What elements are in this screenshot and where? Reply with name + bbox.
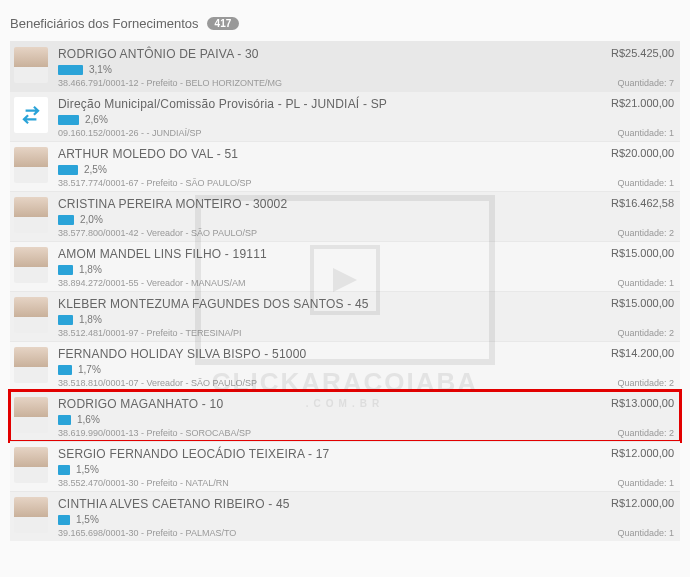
row-content: RODRIGO ANTÔNIO DE PAIVA - 303,1%38.466.… — [58, 47, 584, 88]
quantity: Quantidade: 1 — [592, 278, 674, 288]
quantity: Quantidade: 2 — [592, 228, 674, 238]
row-content: KLEBER MONTEZUMA FAGUNDES DOS SANTOS - 4… — [58, 297, 584, 338]
beneficiary-meta: 38.577.800/0001-42 - Vereador - SÃO PAUL… — [58, 228, 584, 238]
panel-header: Beneficiários dos Fornecimentos 417 — [10, 8, 680, 41]
percent-bar-row: 2,5% — [58, 164, 584, 175]
quantity: Quantidade: 1 — [592, 528, 674, 538]
row-content: SERGIO FERNANDO LEOCÁDIO TEIXEIRA - 171,… — [58, 447, 584, 488]
percent-label: 1,7% — [78, 364, 101, 375]
avatar — [14, 247, 48, 283]
percent-bar — [58, 465, 70, 475]
amount: R$25.425,00 — [592, 47, 674, 59]
avatar — [14, 147, 48, 183]
percent-bar-row: 2,6% — [58, 114, 584, 125]
row-content: AMOM MANDEL LINS FILHO - 191111,8%38.894… — [58, 247, 584, 288]
beneficiary-meta: 38.894.272/0001-55 - Vereador - MANAUS/A… — [58, 278, 584, 288]
beneficiary-meta: 38.619.990/0001-13 - Prefeito - SOROCABA… — [58, 428, 584, 438]
beneficiary-meta: 09.160.152/0001-26 - - JUNDIAÍ/SP — [58, 128, 584, 138]
row-content: FERNANDO HOLIDAY SILVA BISPO - 510001,7%… — [58, 347, 584, 388]
avatar — [14, 347, 48, 383]
beneficiary-row[interactable]: CRISTINA PEREIRA MONTEIRO - 300022,0%38.… — [10, 191, 680, 241]
percent-label: 3,1% — [89, 64, 112, 75]
avatar — [14, 447, 48, 483]
beneficiary-row[interactable]: Direção Municipal/Comissão Provisória - … — [10, 91, 680, 141]
avatar — [14, 47, 48, 83]
quantity: Quantidade: 2 — [592, 428, 674, 438]
percent-bar — [58, 115, 79, 125]
row-content: ARTHUR MOLEDO DO VAL - 512,5%38.517.774/… — [58, 147, 584, 188]
quantity: Quantidade: 1 — [592, 178, 674, 188]
percent-label: 2,5% — [84, 164, 107, 175]
beneficiary-row[interactable]: FERNANDO HOLIDAY SILVA BISPO - 510001,7%… — [10, 341, 680, 391]
percent-bar-row: 1,7% — [58, 364, 584, 375]
percent-bar — [58, 315, 73, 325]
amount: R$15.000,00 — [592, 247, 674, 259]
beneficiary-name: SERGIO FERNANDO LEOCÁDIO TEIXEIRA - 17 — [58, 447, 584, 461]
swap-icon — [18, 102, 44, 128]
beneficiary-row[interactable]: CINTHIA ALVES CAETANO RIBEIRO - 451,5%39… — [10, 491, 680, 541]
avatar — [14, 197, 48, 233]
percent-bar-row: 2,0% — [58, 214, 584, 225]
row-content: Direção Municipal/Comissão Provisória - … — [58, 97, 584, 138]
percent-bar — [58, 165, 78, 175]
row-right: R$12.000,00Quantidade: 1 — [584, 497, 674, 538]
beneficiary-name: KLEBER MONTEZUMA FAGUNDES DOS SANTOS - 4… — [58, 297, 584, 311]
beneficiary-row[interactable]: RODRIGO MAGANHATO - 101,6%38.619.990/000… — [10, 391, 680, 441]
avatar — [14, 297, 48, 333]
percent-bar-row: 1,5% — [58, 464, 584, 475]
beneficiary-row[interactable]: RODRIGO ANTÔNIO DE PAIVA - 303,1%38.466.… — [10, 41, 680, 91]
row-right: R$15.000,00Quantidade: 2 — [584, 297, 674, 338]
percent-bar-row: 1,6% — [58, 414, 584, 425]
percent-bar-row: 3,1% — [58, 64, 584, 75]
percent-bar — [58, 65, 83, 75]
percent-label: 1,5% — [76, 464, 99, 475]
beneficiary-meta: 38.517.774/0001-67 - Prefeito - SÃO PAUL… — [58, 178, 584, 188]
percent-label: 2,0% — [80, 214, 103, 225]
percent-bar — [58, 365, 72, 375]
beneficiary-name: CRISTINA PEREIRA MONTEIRO - 30002 — [58, 197, 584, 211]
row-right: R$21.000,00Quantidade: 1 — [584, 97, 674, 138]
beneficiary-name: RODRIGO ANTÔNIO DE PAIVA - 30 — [58, 47, 584, 61]
amount: R$20.000,00 — [592, 147, 674, 159]
beneficiary-meta: 38.466.791/0001-12 - Prefeito - BELO HOR… — [58, 78, 584, 88]
percent-bar — [58, 265, 73, 275]
amount: R$12.000,00 — [592, 497, 674, 509]
percent-label: 1,6% — [77, 414, 100, 425]
row-content: CRISTINA PEREIRA MONTEIRO - 300022,0%38.… — [58, 197, 584, 238]
amount: R$14.200,00 — [592, 347, 674, 359]
beneficiary-meta: 38.518.810/0001-07 - Vereador - SÃO PAUL… — [58, 378, 584, 388]
beneficiary-meta: 38.512.481/0001-97 - Prefeito - TERESINA… — [58, 328, 584, 338]
beneficiary-list: RODRIGO ANTÔNIO DE PAIVA - 303,1%38.466.… — [10, 41, 680, 541]
amount: R$13.000,00 — [592, 397, 674, 409]
quantity: Quantidade: 2 — [592, 378, 674, 388]
count-badge: 417 — [207, 17, 240, 30]
percent-bar-row: 1,5% — [58, 514, 584, 525]
amount: R$21.000,00 — [592, 97, 674, 109]
row-right: R$13.000,00Quantidade: 2 — [584, 397, 674, 438]
quantity: Quantidade: 7 — [592, 78, 674, 88]
row-content: RODRIGO MAGANHATO - 101,6%38.619.990/000… — [58, 397, 584, 438]
amount: R$15.000,00 — [592, 297, 674, 309]
percent-bar — [58, 215, 74, 225]
avatar — [14, 497, 48, 533]
percent-bar — [58, 415, 71, 425]
beneficiary-name: FERNANDO HOLIDAY SILVA BISPO - 51000 — [58, 347, 584, 361]
percent-label: 1,8% — [79, 264, 102, 275]
org-icon — [14, 97, 48, 133]
row-right: R$20.000,00Quantidade: 1 — [584, 147, 674, 188]
beneficiary-row[interactable]: KLEBER MONTEZUMA FAGUNDES DOS SANTOS - 4… — [10, 291, 680, 341]
row-right: R$25.425,00Quantidade: 7 — [584, 47, 674, 88]
panel-title: Beneficiários dos Fornecimentos — [10, 16, 199, 31]
percent-bar — [58, 515, 70, 525]
beneficiary-row[interactable]: ARTHUR MOLEDO DO VAL - 512,5%38.517.774/… — [10, 141, 680, 191]
amount: R$16.462,58 — [592, 197, 674, 209]
beneficiary-row[interactable]: SERGIO FERNANDO LEOCÁDIO TEIXEIRA - 171,… — [10, 441, 680, 491]
beneficiary-name: Direção Municipal/Comissão Provisória - … — [58, 97, 584, 111]
quantity: Quantidade: 1 — [592, 128, 674, 138]
percent-label: 2,6% — [85, 114, 108, 125]
beneficiary-row[interactable]: AMOM MANDEL LINS FILHO - 191111,8%38.894… — [10, 241, 680, 291]
row-right: R$14.200,00Quantidade: 2 — [584, 347, 674, 388]
percent-label: 1,8% — [79, 314, 102, 325]
beneficiary-name: ARTHUR MOLEDO DO VAL - 51 — [58, 147, 584, 161]
percent-label: 1,5% — [76, 514, 99, 525]
